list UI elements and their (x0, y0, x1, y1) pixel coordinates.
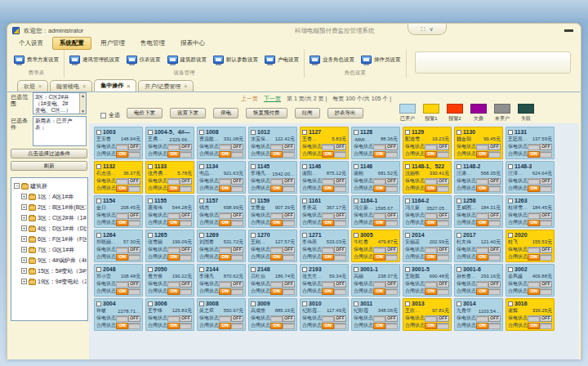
card-checkbox[interactable] (199, 199, 204, 203)
switch-on-button[interactable]: ON (116, 185, 128, 192)
card-checkbox[interactable] (199, 301, 204, 306)
power-protect-toggle[interactable]: OFF (167, 247, 192, 253)
switch-on-button[interactable]: ON (322, 288, 334, 295)
meter-card[interactable]: 1131 王廷茜… 137.59元 保电状态 OFF 合闸状态 ON (506, 127, 555, 159)
power-protect-off-button[interactable]: OFF (334, 144, 346, 150)
power-protect-off-button[interactable]: OFF (231, 212, 243, 219)
switch-on-button[interactable]: ON (167, 151, 180, 158)
meter-card[interactable]: 1146 谢刚 681.52元 保电状态 OFF 合闸状态 ON (351, 161, 400, 194)
card-checkbox[interactable] (508, 233, 513, 238)
switch-status-toggle[interactable]: ON (528, 220, 552, 226)
expand-icon[interactable]: + (21, 215, 27, 221)
meter-card[interactable]: 3002 俞风越 409.88元 保电状态 OFF 合闸状态 ON (506, 264, 555, 297)
power-protect-off-button[interactable]: OFF (283, 144, 295, 150)
power-protect-toggle[interactable]: OFF (219, 281, 243, 288)
expand-icon[interactable]: + (21, 194, 27, 199)
close-icon[interactable]: × (127, 83, 130, 89)
switch-on-button[interactable]: ON (167, 288, 180, 295)
switch-status-toggle[interactable]: ON (116, 185, 140, 192)
card-checkbox[interactable] (457, 199, 461, 203)
card-checkbox[interactable] (405, 301, 410, 306)
power-protect-off-button[interactable]: OFF (231, 281, 243, 288)
power-protect-toggle[interactable]: OFF (322, 212, 346, 219)
layout-icon[interactable]: ⛶ (421, 26, 425, 32)
power-protect-off-button[interactable]: OFF (437, 144, 449, 150)
power-protect-toggle[interactable]: OFF (528, 315, 552, 322)
action-button[interactable]: 恢复预付费 (246, 108, 287, 118)
power-protect-off-button[interactable]: OFF (180, 281, 192, 288)
expand-icon[interactable]: + (21, 236, 27, 242)
document-tab[interactable]: 能管楼电 × (50, 80, 92, 92)
power-protect-off-button[interactable]: OFF (488, 247, 501, 253)
card-checkbox[interactable] (148, 267, 153, 272)
power-protect-off-button[interactable]: OFF (488, 144, 501, 150)
card-checkbox[interactable] (96, 301, 101, 306)
power-protect-off-button[interactable]: OFF (437, 212, 449, 219)
card-checkbox[interactable] (148, 233, 153, 238)
switch-status-toggle[interactable]: ON (322, 185, 346, 192)
switch-on-button[interactable]: ON (373, 288, 385, 295)
switch-status-toggle[interactable]: ON (373, 254, 398, 261)
power-protect-off-button[interactable]: OFF (385, 247, 398, 253)
card-checkbox[interactable] (405, 233, 410, 238)
power-protect-toggle[interactable]: OFF (528, 144, 552, 150)
meter-card[interactable]: 3005 牛红春 479.87元 保电状态 OFF 合闸状态 ON (351, 230, 400, 262)
collapse-icon[interactable]: − (14, 183, 20, 189)
power-protect-toggle[interactable]: OFF (116, 315, 140, 322)
switch-on-button[interactable]: ON (322, 254, 334, 261)
power-protect-off-button[interactable]: OFF (283, 212, 295, 219)
card-checkbox[interactable] (302, 130, 307, 135)
tree-root[interactable]: − 建筑群 (14, 181, 87, 191)
switch-status-toggle[interactable]: ON (476, 288, 501, 295)
card-checkbox[interactable] (148, 130, 153, 135)
switch-status-toggle[interactable]: ON (476, 254, 501, 261)
power-protect-off-button[interactable]: OFF (231, 178, 243, 185)
card-checkbox[interactable] (354, 199, 359, 203)
switch-on-button[interactable]: ON (425, 185, 437, 192)
switch-on-button[interactable]: ON (425, 254, 437, 261)
power-protect-off-button[interactable]: OFF (385, 212, 398, 219)
switch-status-toggle[interactable]: ON (270, 220, 295, 226)
switch-status-toggle[interactable]: ON (528, 288, 552, 295)
meter-card[interactable]: 2017 杜大伟 121.40元 保电状态 OFF 合闸状态 ON (454, 230, 503, 262)
switch-on-button[interactable]: ON (476, 185, 488, 192)
switch-status-toggle[interactable]: ON (425, 151, 449, 158)
power-protect-toggle[interactable]: OFF (167, 281, 192, 288)
card-checkbox[interactable] (508, 301, 513, 306)
power-protect-off-button[interactable]: OFF (128, 212, 140, 219)
expand-icon[interactable]: + (21, 279, 27, 284)
meter-card[interactable]: 1148-1、522 沈丽铁 330.41元 保电状态 OFF 合闸状态 ON (403, 161, 452, 194)
choose-filter-button[interactable]: 点击选择过滤条件 (11, 149, 87, 158)
menu-item[interactable]: 用户管理 (94, 38, 131, 49)
power-protect-toggle[interactable]: OFF (373, 281, 398, 288)
card-checkbox[interactable] (96, 164, 101, 169)
power-protect-off-button[interactable]: OFF (128, 281, 140, 288)
power-protect-off-button[interactable]: OFF (540, 281, 552, 288)
power-protect-toggle[interactable]: OFF (528, 212, 552, 219)
meter-card[interactable]: 1154 金日 208.45元 保电状态 OFF 合闸状态 ON (94, 195, 143, 228)
card-checkbox[interactable] (199, 164, 204, 169)
expand-icon[interactable]: + (21, 225, 27, 231)
switch-status-toggle[interactable]: ON (373, 220, 398, 226)
switch-status-toggle[interactable]: ON (373, 185, 398, 192)
switch-on-button[interactable]: ON (476, 151, 488, 158)
meter-card[interactable]: 3014 九贵华 1103.54… 保电状态 OFF 合闸状态 ON (454, 298, 503, 331)
ribbon-button[interactable]: 建筑群设置 (164, 54, 211, 65)
document-tab[interactable]: 集中操作 × (94, 79, 136, 92)
switch-status-toggle[interactable]: ON (322, 254, 346, 261)
card-checkbox[interactable] (302, 233, 307, 238)
switch-status-toggle[interactable]: ON (270, 288, 295, 295)
power-protect-toggle[interactable]: OFF (373, 144, 398, 150)
switch-status-toggle[interactable]: ON (219, 254, 243, 261)
switch-status-toggle[interactable]: ON (322, 288, 346, 295)
card-checkbox[interactable] (302, 267, 307, 272)
meter-card[interactable]: 1263 桂球雪… 184.45元 保电状态 OFF 合闸状态 ON (506, 195, 555, 228)
meter-card[interactable]: 1270 王刚… 127.57元 保电状态 OFF 合闸状态 ON (248, 230, 297, 262)
meter-card[interactable]: 1129 配迪雪… 19.23元 保电状态 OFF 合闸状态 ON (403, 127, 452, 159)
meter-card[interactable]: 2148 吕红仙 186.74元 保电状态 OFF 合闸状态 ON (248, 264, 297, 297)
meter-card[interactable]: 1164-1 冯立新… 1595.67… 保电状态 OFF 合闸状态 ON (351, 195, 400, 228)
power-protect-off-button[interactable]: OFF (231, 247, 243, 253)
switch-on-button[interactable]: ON (476, 220, 488, 226)
meter-card[interactable]: 3004 许敏 2278.71… 保电状态 OFF 合闸状态 ON (94, 298, 143, 331)
power-protect-toggle[interactable]: OFF (528, 281, 552, 288)
